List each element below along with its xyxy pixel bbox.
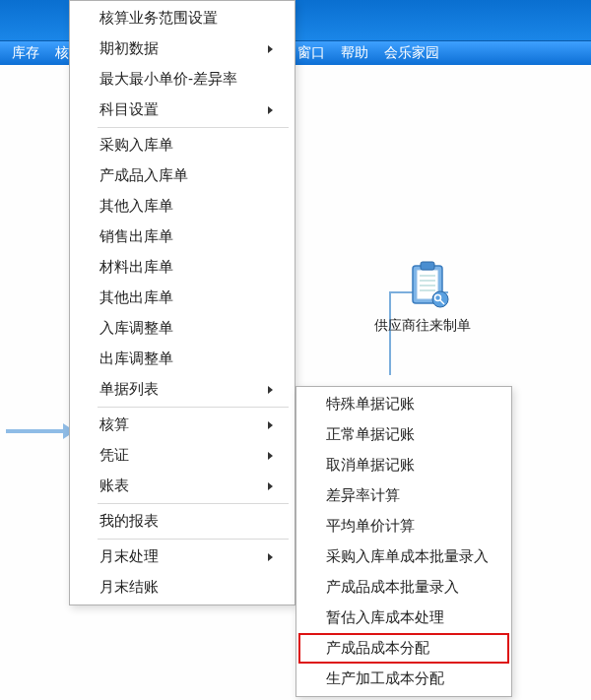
menu-item-label: 月末处理 [99, 547, 159, 566]
menu-item[interactable]: 科目设置 [72, 95, 293, 125]
menu-item-label: 产成品入库单 [99, 166, 188, 185]
menu-item-label: 核算 [99, 415, 129, 434]
submenu-item[interactable]: 采购入库单成本批量录入 [298, 541, 509, 572]
menu-item[interactable]: 产成品入库单 [72, 160, 293, 191]
menu-item[interactable]: 月末处理 [72, 541, 293, 572]
clipboard-icon [403, 260, 454, 311]
submenu-item-label: 采购入库单成本批量录入 [326, 547, 489, 566]
submenu-item[interactable]: 暂估入库成本处理 [298, 603, 509, 633]
menu-divider [98, 127, 289, 128]
menu-item-label: 入库调整单 [99, 319, 173, 338]
menu-item[interactable]: 凭证 [72, 440, 293, 471]
menu-item[interactable]: 账表 [72, 471, 293, 501]
submenu-item[interactable]: 生产加工成本分配 [298, 664, 509, 694]
menu-item-label: 销售出库单 [99, 227, 173, 246]
menu-item-label: 其他入库单 [99, 197, 173, 216]
chevron-right-icon [268, 553, 273, 561]
menu-item-label: 其他出库单 [99, 288, 173, 307]
submenu-item-label: 产成品成本批量录入 [326, 578, 459, 597]
menu-divider [98, 539, 289, 540]
menu-inventory[interactable]: 库存 [4, 42, 47, 64]
menu-item[interactable]: 单据列表 [72, 374, 293, 405]
menu-item-label: 核算业务范围设置 [99, 9, 218, 28]
submenu-item-label: 取消单据记账 [326, 456, 415, 475]
menu-item-label: 材料出库单 [99, 258, 173, 277]
submenu-item-label: 产成品成本分配 [326, 639, 429, 658]
submenu-item[interactable]: 特殊单据记账 [298, 389, 509, 419]
menu-club[interactable]: 会乐家园 [376, 42, 447, 64]
submenu-item-label: 正常单据记账 [326, 425, 415, 444]
menu-item[interactable]: 核算 [72, 410, 293, 440]
menu-item-label: 月末结账 [99, 578, 159, 597]
submenu-item[interactable]: 取消单据记账 [298, 450, 509, 480]
submenu-item-label: 生产加工成本分配 [326, 669, 444, 688]
chevron-right-icon [268, 45, 273, 53]
menu-item[interactable]: 销售出库单 [72, 222, 293, 252]
menu-window[interactable]: 窗口 [290, 42, 333, 64]
menu-item[interactable]: 采购入库单 [72, 130, 293, 160]
flow-arrow [6, 429, 65, 433]
menu-item[interactable]: 期初数据 [72, 33, 293, 64]
menu-item[interactable]: 入库调整单 [72, 313, 293, 344]
chevron-right-icon [268, 421, 273, 429]
node-label: 供应商往来制单 [374, 317, 463, 335]
menu-item[interactable]: 月末结账 [72, 572, 293, 603]
submenu-item-label: 平均单价计算 [326, 517, 415, 536]
menu-item-label: 采购入库单 [99, 136, 173, 155]
menu-item-label: 出库调整单 [99, 350, 173, 368]
svg-rect-2 [421, 262, 434, 270]
submenu-item[interactable]: 差异率计算 [298, 480, 509, 511]
accounting-submenu: 特殊单据记账正常单据记账取消单据记账差异率计算平均单价计算采购入库单成本批量录入… [296, 386, 512, 697]
menu-item-label: 我的报表 [99, 512, 159, 531]
supplier-bill-node[interactable]: 供应商往来制单 [394, 260, 463, 335]
menu-divider [98, 503, 289, 504]
submenu-item[interactable]: 平均单价计算 [298, 511, 509, 541]
submenu-item-label: 特殊单据记账 [326, 395, 415, 414]
menu-item[interactable]: 我的报表 [72, 506, 293, 537]
submenu-item[interactable]: 正常单据记账 [298, 419, 509, 450]
menu-item-label: 科目设置 [99, 100, 159, 119]
menu-item[interactable]: 核算业务范围设置 [72, 3, 293, 33]
menu-help[interactable]: 帮助 [333, 42, 376, 64]
chevron-right-icon [268, 482, 273, 490]
menu-item-label: 账表 [99, 477, 129, 495]
submenu-item-highlighted[interactable]: 产成品成本分配 [298, 633, 509, 664]
menu-item-label: 单据列表 [99, 380, 159, 399]
menu-item[interactable]: 最大最小单价-差异率 [72, 64, 293, 95]
menu-item-label: 期初数据 [99, 39, 159, 58]
menu-item-label: 凭证 [99, 446, 129, 465]
submenu-item[interactable]: 产成品成本批量录入 [298, 572, 509, 603]
menu-item[interactable]: 材料出库单 [72, 252, 293, 283]
chevron-right-icon [268, 386, 273, 394]
submenu-item-label: 暂估入库成本处理 [326, 608, 444, 627]
menu-item[interactable]: 其他出库单 [72, 283, 293, 313]
menu-item-label: 最大最小单价-差异率 [99, 70, 237, 89]
menu-item[interactable]: 其他入库单 [72, 191, 293, 222]
chevron-right-icon [268, 106, 273, 114]
menu-divider [98, 407, 289, 408]
submenu-item-label: 差异率计算 [326, 486, 400, 505]
menu-item[interactable]: 出库调整单 [72, 344, 293, 374]
accounting-dropdown-menu: 核算业务范围设置期初数据最大最小单价-差异率科目设置采购入库单产成品入库单其他入… [69, 0, 296, 605]
chevron-right-icon [268, 452, 273, 460]
